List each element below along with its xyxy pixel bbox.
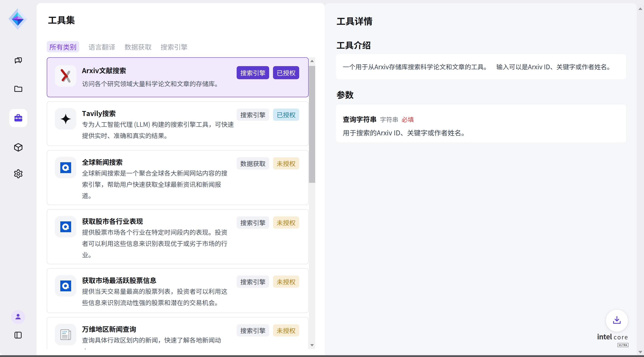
intro-heading: 工具介绍 (336, 38, 371, 51)
tool-icon: LOCAL NEW (55, 216, 76, 237)
tool-description: 提供股票市场各个行业在特定时间段内的表现。投资 者可以利用这些信息来识别表现优于… (82, 226, 262, 260)
tool-card[interactable]: LOCAL NEW 获取市场最活跃股票信息 提供当天交易量最高的股票列表，投资者… (47, 268, 309, 313)
tool-card[interactable]: LOCAL NEW Tavily搜索 专为人工智能代理 (LLM) 构建的搜索引… (47, 101, 309, 146)
briefcase-icon (13, 113, 24, 123)
param-name: 查询字符串 (343, 114, 377, 124)
tab-0[interactable]: 所有类别 (47, 41, 79, 52)
ultra-badge: ULTRA (618, 343, 628, 347)
category-tabs: 所有类别语言翻译数据获取搜索引擎 (47, 41, 188, 52)
gear-icon (13, 169, 23, 179)
scroll-down-arrow-icon[interactable] (309, 343, 315, 348)
tool-auth-badge: 已授权 (273, 66, 299, 79)
scrollbar-thumb[interactable] (309, 66, 315, 183)
tool-list-scrollbar[interactable] (309, 57, 315, 349)
detail-title: 工具详情 (336, 14, 372, 27)
tool-card[interactable]: LOCAL NEW 获取股市各行业表现 提供股票市场各个行业在特定时间段内的表现… (47, 209, 309, 264)
scroll-up-arrow-icon[interactable] (309, 59, 315, 63)
params-heading: 参数 (336, 88, 354, 101)
tool-auth-badge: 未授权 (273, 216, 299, 229)
tool-category-badge: 搜索引擎 (237, 276, 269, 288)
param-type: 字符串 (380, 115, 398, 124)
tool-detail-panel: 工具详情 工具介绍 一个用于从Arxiv存储库搜索科学论文和文章的工具。 输入可… (325, 3, 637, 355)
tool-card[interactable]: LOCAL NEW 万维地区新闻查询 查询具体行政区划内的新闻，快速了解各地新闻… (47, 317, 309, 349)
tool-name: 获取股市各行业表现 (82, 216, 262, 225)
tool-description: 查询具体行政区划内的新闻，快速了解各地新闻动 态。 (82, 334, 262, 349)
tool-category-badge: 搜索引擎 (237, 216, 269, 229)
sidebar-item-tools[interactable] (9, 109, 27, 127)
tool-category-badge: 搜索引擎 (237, 66, 269, 79)
tool-icon: LOCAL NEW (55, 108, 76, 129)
tool-auth-badge: 未授权 (273, 324, 299, 337)
tool-category-badge: 搜索引擎 (237, 324, 269, 337)
sidebar-item-models[interactable] (9, 138, 27, 156)
tool-name: Arxiv文献搜索 (82, 66, 262, 75)
tool-description: 访问各个研究领域大量科学论文和文章的存储库。 (82, 78, 262, 89)
tab-1[interactable]: 语言翻译 (88, 41, 116, 52)
intro-card: 一个用于从Arxiv存储库搜索科学论文和文章的工具。 输入可以是Arxiv ID… (336, 54, 626, 79)
tool-description: 提供当天交易量最高的股票列表，投资者可以利用这 些信息来识别流动性强的股票和潜在… (82, 286, 262, 308)
tool-name: 获取市场最活跃股票信息 (82, 276, 262, 285)
intel-core-ultra-logo: intel core ULTRA (596, 332, 628, 347)
tool-card[interactable]: LOCAL NEW 全球新闻搜索 全球新闻搜索是一个聚合全球各大新闻网站内容的搜… (47, 150, 309, 205)
folder-icon (14, 84, 23, 94)
tool-icon: LOCAL NEW (55, 157, 76, 178)
sidebar (0, 0, 36, 355)
tool-name: 万维地区新闻查询 (82, 324, 262, 333)
tool-category-badge: 数据获取 (237, 157, 269, 169)
core-wordmark: core (614, 333, 628, 341)
tool-name: Tavily搜索 (82, 108, 262, 118)
tool-auth-badge: 已授权 (273, 108, 299, 121)
sidebar-item-settings[interactable] (9, 165, 27, 183)
tab-2[interactable]: 数据获取 (124, 41, 152, 52)
svg-text:LOCAL: LOCAL (62, 331, 68, 333)
sidebar-item-files[interactable] (9, 80, 27, 98)
toolset-panel: 工具集 所有类别语言翻译数据获取搜索引擎 (36, 3, 325, 355)
tool-icon: LOCAL NEW (55, 324, 76, 345)
tool-card[interactable]: LOCAL NEW Arxiv文献搜索 访问各个研究领域大量科学论文和文章的存储… (47, 57, 309, 97)
tool-description: 专为人工智能代理 (LLM) 构建的搜索引擎工具，可快速 提供实时、准确和真实的… (82, 118, 262, 141)
download-icon (612, 315, 622, 326)
tool-auth-badge: 未授权 (273, 276, 299, 288)
panel-toggle-icon (14, 331, 22, 341)
tool-name: 全球新闻搜索 (82, 157, 262, 166)
toolset-title: 工具集 (48, 14, 75, 25)
sidebar-item-chat[interactable] (9, 52, 27, 70)
tool-description: 全球新闻搜索是一个聚合全球各大新闻网站内容的搜 索引擎，帮助用户快速获取全球最新… (82, 167, 262, 201)
page-scroll-down-icon[interactable] (637, 349, 644, 355)
chat-bubbles-icon (14, 56, 23, 65)
page-scroll-up-icon[interactable] (637, 6, 644, 11)
tool-icon: LOCAL NEW (55, 65, 76, 87)
app-logo gem-diamond-logo[interactable] (7, 8, 29, 30)
param-required-badge: 必填 (402, 115, 414, 124)
tool-auth-badge: 未授权 (273, 157, 299, 169)
cube-icon (13, 142, 23, 152)
intro-text: 一个用于从Arxiv存储库搜索科学论文和文章的工具。 输入可以是Arxiv ID… (343, 54, 613, 79)
page-scrollbar[interactable] (637, 3, 644, 355)
user-avatar-icon (14, 313, 22, 322)
download-fab-button[interactable] (606, 310, 628, 332)
tool-category-badge: 搜索引擎 (237, 108, 269, 121)
taskbar-edge (0, 355, 644, 357)
sidebar-collapse-button[interactable] (13, 331, 23, 340)
user-avatar[interactable] (11, 310, 25, 324)
param-description: 用于搜索的Arxiv ID、关键字或作者姓名。 (343, 127, 620, 137)
svg-text:NEW: NEW (62, 333, 66, 334)
tool-icon: LOCAL NEW (55, 275, 76, 297)
param-card: 查询字符串 字符串 必填 用于搜索的Arxiv ID、关键字或作者姓名。 (336, 104, 626, 142)
intel-wordmark: intel (597, 332, 612, 341)
tool-list: LOCAL NEW Arxiv文献搜索 访问各个研究领域大量科学论文和文章的存储… (47, 57, 309, 349)
tab-3[interactable]: 搜索引擎 (160, 41, 188, 52)
